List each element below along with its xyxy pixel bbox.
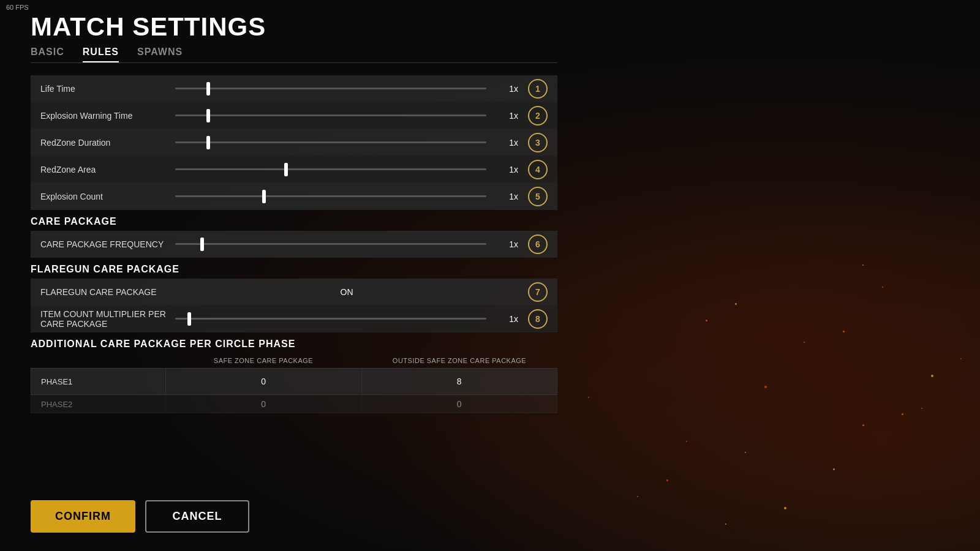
slider-area-explosion-warning[interactable] [175,114,486,116]
setting-label-care-package-frequency: CARE PACKAGE FREQUENCY [40,239,175,249]
tab-bar: BASIC RULES SPAWNS [31,47,557,63]
ember [725,523,726,525]
setting-value-item-count-multiplier: 1x [494,314,518,324]
setting-value-lifetime: 1x [494,84,518,94]
setting-value-explosion-count: 1x [494,192,518,201]
setting-value-redzone-area: 1x [494,165,518,174]
slider-thumb-redzone-duration[interactable] [206,136,210,149]
badge-5: 5 [528,187,548,206]
setting-label-item-count-multiplier: ITEM COUNT MULTIPLIER PER CARE PACKAGE [40,309,175,329]
ember [588,397,589,398]
badge-6: 6 [528,234,548,254]
tab-basic[interactable]: BASIC [31,47,64,62]
setting-label-explosion-warning: Explosion Warning Time [40,111,175,121]
ember [804,342,805,343]
confirm-button[interactable]: CONFIRM [31,500,135,533]
setting-row-explosion-count: Explosion Count 1x 5 [31,183,557,210]
badge-8: 8 [528,309,548,329]
setting-row-redzone-area: RedZone Area 1x 4 [31,156,557,183]
setting-value-redzone-duration: 1x [494,138,518,148]
ember [637,496,638,497]
ember [735,303,737,305]
slider-area-lifetime[interactable] [175,88,486,89]
slider-track-redzone-area [175,168,486,170]
ember [960,358,962,359]
setting-value-care-package-frequency: 1x [494,239,518,249]
ember [706,320,707,321]
ember [686,441,687,442]
table-header-outside-safe-zone: OUTSIDE SAFE ZONE CARE PACKAGE [361,357,557,364]
ember [862,424,864,426]
slider-thumb-redzone-area[interactable] [284,163,288,176]
slider-thumb-explosion-count[interactable] [262,190,266,203]
slider-track-explosion-warning [175,114,486,116]
phase-table: SAFE ZONE CARE PACKAGE OUTSIDE SAFE ZONE… [31,353,557,413]
section-care-package: CARE PACKAGE [31,210,557,231]
slider-track-care-package-frequency [175,243,486,245]
ember [931,375,933,377]
section-flaregun: FLAREGUN CARE PACKAGE [31,258,557,279]
phase2-label: PHASE2 [31,395,166,413]
slider-area-redzone-duration[interactable] [175,141,486,143]
slider-area-care-package-frequency[interactable] [175,243,486,245]
cancel-button[interactable]: CANCEL [145,500,249,533]
badge-4: 4 [528,160,548,179]
slider-track-lifetime [175,88,486,89]
fps-counter: 60 FPS [6,4,29,11]
setting-row-care-package-frequency: CARE PACKAGE FREQUENCY 1x 6 [31,231,557,258]
phase2-outside-safe-zone-value[interactable]: 0 [362,395,557,413]
slider-track-item-count-multiplier [175,318,486,320]
tab-spawns[interactable]: SPAWNS [137,47,183,62]
settings-list: Life Time 1x 1 Explosion Warning Time 1x… [31,75,557,413]
ember [833,468,835,470]
phase2-safe-zone-value[interactable]: 0 [166,395,362,413]
setting-row-explosion-warning: Explosion Warning Time 1x 2 [31,102,557,129]
ember [862,264,864,266]
ember [764,386,767,388]
section-additional-care-package: ADDITIONAL CARE PACKAGE PER CIRCLE PHASE [31,332,557,353]
setting-row-lifetime: Life Time 1x 1 [31,75,557,102]
ember [666,479,668,481]
ember [882,287,883,288]
setting-label-lifetime: Life Time [40,84,175,94]
badge-1: 1 [528,79,548,99]
ember [843,331,845,332]
tab-rules[interactable]: RULES [83,47,119,62]
phase1-safe-zone-value[interactable]: 0 [166,369,362,394]
toggle-flaregun[interactable]: ON [175,287,518,297]
table-row-phase1: PHASE1 0 8 [31,368,557,395]
setting-label-flaregun-care-package: FLAREGUN CARE PACKAGE [40,287,175,297]
table-row-phase2: PHASE2 0 0 [31,395,557,413]
phase1-outside-safe-zone-value[interactable]: 8 [362,369,557,394]
badge-2: 2 [528,106,548,126]
bottom-buttons: CONFIRM CANCEL [31,500,249,533]
phase1-label: PHASE1 [31,369,166,394]
slider-area-redzone-area[interactable] [175,168,486,170]
slider-thumb-item-count-multiplier[interactable] [187,312,191,326]
badge-7: 7 [528,282,548,302]
ember [784,507,786,509]
ember [745,452,746,453]
slider-thumb-care-package-frequency[interactable] [200,238,204,251]
setting-label-redzone-duration: RedZone Duration [40,138,175,148]
page-title: MATCH SETTINGS [31,12,557,42]
setting-row-flaregun-care-package: FLAREGUN CARE PACKAGE ON 7 [31,279,557,305]
table-header-safe-zone: SAFE ZONE CARE PACKAGE [165,357,361,364]
setting-row-redzone-duration: RedZone Duration 1x 3 [31,129,557,156]
setting-value-explosion-warning: 1x [494,111,518,121]
setting-label-redzone-area: RedZone Area [40,165,175,174]
table-header: SAFE ZONE CARE PACKAGE OUTSIDE SAFE ZONE… [31,353,557,368]
slider-area-item-count-multiplier[interactable] [175,318,486,320]
ember [902,413,903,415]
slider-area-explosion-count[interactable] [175,195,486,197]
slider-track-redzone-duration [175,141,486,143]
badge-3: 3 [528,133,548,152]
ember [921,408,922,409]
slider-track-explosion-count [175,195,486,197]
setting-row-item-count-multiplier: ITEM COUNT MULTIPLIER PER CARE PACKAGE 1… [31,305,557,332]
slider-thumb-explosion-warning[interactable] [206,109,210,122]
main-container: MATCH SETTINGS BASIC RULES SPAWNS Life T… [0,0,588,551]
slider-thumb-lifetime[interactable] [206,82,210,96]
setting-label-explosion-count: Explosion Count [40,192,175,201]
